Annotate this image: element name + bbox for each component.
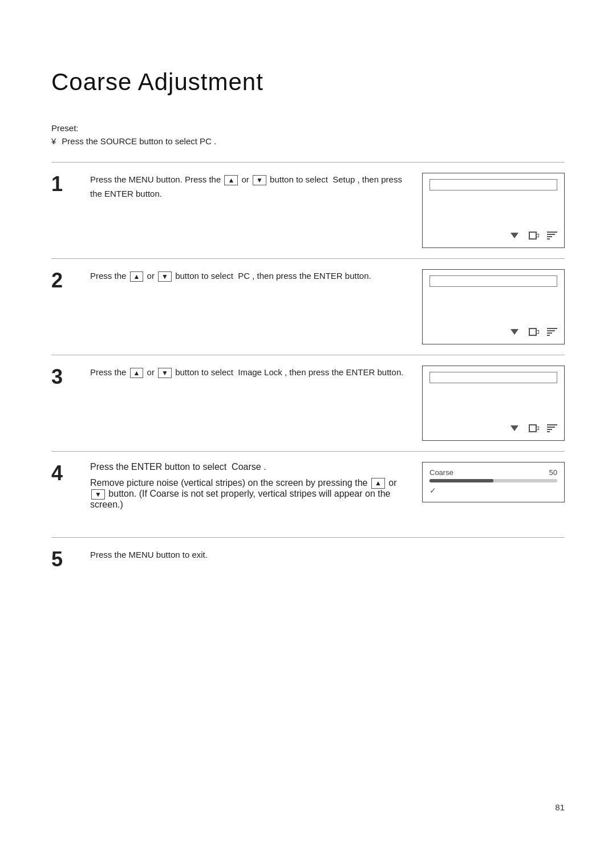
up-btn: ▲	[224, 175, 238, 186]
page-number: 81	[555, 802, 565, 812]
step-4-row: 4 Press the ENTER button to select Coars…	[51, 451, 565, 520]
up-btn-2: ▲	[130, 271, 144, 282]
bars-icon-2	[547, 328, 557, 336]
menu-spacer-2	[429, 291, 557, 326]
step-2-number: 2	[51, 269, 76, 291]
step-3-number: 3	[51, 366, 76, 387]
menu-box-2	[422, 269, 565, 344]
triangle-icon-1	[510, 233, 518, 238]
step-4-text-main: Press the ENTER button to select Coarse …	[90, 462, 408, 472]
step-1-number: 1	[51, 173, 76, 194]
bullet-symbol: ¥	[51, 136, 56, 146]
square-icon-1	[529, 232, 537, 240]
step-4-number: 4	[51, 462, 76, 484]
menu-box-3	[422, 366, 565, 441]
coarse-progress-fill	[429, 479, 493, 482]
step-3-content: Press the ▲ or ▼ button to select Image …	[90, 366, 408, 383]
menu-spacer-1	[429, 195, 557, 229]
step-1-visual	[422, 173, 565, 248]
preset-text: Press the SOURCE button to select PC .	[62, 136, 216, 146]
step-4-visual: Coarse 50 ✓	[422, 462, 565, 502]
bars-icon-1	[547, 232, 557, 240]
preset-label: Preset:	[51, 123, 565, 133]
down-btn-3: ▼	[158, 368, 172, 379]
triangle-icon-3	[510, 425, 518, 431]
page-container: Coarse Adjustment Preset: ¥ Press the SO…	[0, 0, 616, 626]
down-btn-2: ▼	[158, 271, 172, 282]
step-3-text: Press the ▲ or ▼ button to select Image …	[90, 366, 408, 380]
triangle-icon-2	[510, 329, 518, 335]
coarse-bar-header: Coarse 50	[429, 468, 557, 477]
step-1-text: Press the MENU button. Press the ▲ or ▼ …	[90, 173, 408, 201]
menu-item-bar-2	[429, 275, 557, 287]
step-4-text-sub: Remove picture noise (vertical stripes) …	[90, 478, 408, 510]
menu-icons-1	[429, 232, 557, 240]
preset-item: ¥ Press the SOURCE button to select PC .	[51, 136, 565, 146]
square-icon-3	[529, 424, 537, 432]
step-5-number: 5	[51, 548, 76, 570]
coarse-bar-box: Coarse 50 ✓	[422, 462, 565, 502]
menu-box-1	[422, 173, 565, 248]
coarse-check-icon: ✓	[429, 486, 557, 495]
preset-section: Preset: ¥ Press the SOURCE button to sel…	[51, 123, 565, 146]
step-1-content: Press the MENU button. Press the ▲ or ▼ …	[90, 173, 408, 205]
step-2-content: Press the ▲ or ▼ button to select PC , t…	[90, 269, 408, 287]
step-3-visual	[422, 366, 565, 441]
down-btn-4: ▼	[91, 489, 105, 500]
up-btn-3: ▲	[130, 368, 144, 379]
bars-icon-3	[547, 424, 557, 432]
menu-item-bar-1	[429, 179, 557, 190]
step-2-row: 2 Press the ▲ or ▼ button to select PC ,…	[51, 258, 565, 355]
up-btn-4: ▲	[371, 478, 385, 489]
step-4-content: Press the ENTER button to select Coarse …	[90, 462, 408, 510]
menu-spacer-3	[429, 388, 557, 422]
menu-item-bar-3	[429, 372, 557, 383]
coarse-label: Coarse	[429, 468, 453, 477]
coarse-value: 50	[549, 468, 557, 477]
step-5-text: Press the MENU button to exit.	[90, 548, 565, 562]
square-icon-2	[529, 328, 537, 336]
steps-container: 1 Press the MENU button. Press the ▲ or …	[51, 162, 565, 580]
step-1-row: 1 Press the MENU button. Press the ▲ or …	[51, 162, 565, 258]
menu-icons-2	[429, 328, 557, 336]
step-3-row: 3 Press the ▲ or ▼ button to select Imag…	[51, 355, 565, 451]
menu-icons-3	[429, 424, 557, 432]
step-2-text: Press the ▲ or ▼ button to select PC , t…	[90, 269, 408, 283]
down-btn: ▼	[253, 175, 266, 186]
step-5-row: 5 Press the MENU button to exit.	[51, 537, 565, 580]
step-2-visual	[422, 269, 565, 344]
step-5-content: Press the MENU button to exit.	[90, 548, 565, 566]
page-title: Coarse Adjustment	[51, 68, 565, 96]
coarse-progress-bg	[429, 479, 557, 482]
